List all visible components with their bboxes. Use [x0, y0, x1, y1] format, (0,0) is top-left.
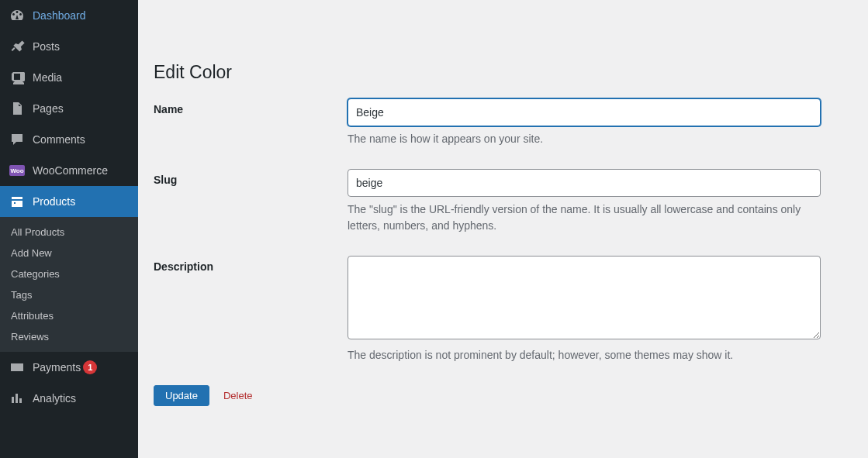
- products-icon: [9, 194, 25, 209]
- sidebar-item-label: Analytics: [33, 392, 76, 405]
- sidebar-item-label: WooCommerce: [33, 164, 108, 177]
- slug-input[interactable]: [348, 169, 821, 197]
- form-row-description: Description The description is not promi…: [154, 256, 852, 363]
- description-help: The description is not prominent by defa…: [348, 347, 821, 363]
- update-button[interactable]: Update: [154, 385, 209, 406]
- sidebar-item-label: Posts: [33, 40, 60, 53]
- main-content: Edit Color Name The name is how it appea…: [138, 0, 868, 458]
- products-submenu: All Products Add New Categories Tags Att…: [0, 217, 138, 352]
- dashboard-icon: [9, 8, 25, 23]
- sidebar-item-comments[interactable]: Comments: [0, 124, 138, 155]
- submenu-attributes[interactable]: Attributes: [0, 305, 138, 326]
- admin-sidebar: Dashboard Posts Media Pages Comments Woo…: [0, 0, 138, 458]
- form-row-slug: Slug The "slug" is the URL-friendly vers…: [154, 169, 852, 234]
- pin-icon: [9, 39, 25, 54]
- payments-icon: [9, 360, 25, 375]
- action-buttons: Update Delete: [154, 385, 852, 406]
- delete-link[interactable]: Delete: [223, 390, 253, 401]
- name-help: The name is how it appears on your site.: [348, 131, 821, 147]
- submenu-reviews[interactable]: Reviews: [0, 326, 138, 347]
- submenu-tags[interactable]: Tags: [0, 284, 138, 305]
- analytics-icon: [9, 391, 25, 406]
- description-label: Description: [154, 256, 348, 273]
- slug-help: The "slug" is the URL-friendly version o…: [348, 201, 821, 234]
- name-input[interactable]: [348, 98, 821, 126]
- payments-badge: 1: [83, 360, 97, 374]
- sidebar-item-label: Pages: [33, 102, 64, 115]
- sidebar-item-label: Products: [33, 195, 75, 208]
- sidebar-item-dashboard[interactable]: Dashboard: [0, 0, 138, 31]
- sidebar-item-products[interactable]: Products: [0, 186, 138, 217]
- page-title: Edit Color: [154, 62, 852, 83]
- sidebar-item-payments[interactable]: Payments 1: [0, 352, 138, 383]
- slug-label: Slug: [154, 169, 348, 186]
- description-textarea[interactable]: [348, 256, 821, 339]
- comment-icon: [9, 132, 25, 147]
- page-icon: [9, 101, 25, 116]
- submenu-categories[interactable]: Categories: [0, 263, 138, 284]
- woocommerce-icon: Woo: [9, 163, 25, 178]
- media-icon: [9, 70, 25, 85]
- sidebar-item-label: Dashboard: [33, 9, 86, 22]
- sidebar-item-pages[interactable]: Pages: [0, 93, 138, 124]
- name-label: Name: [154, 98, 348, 115]
- sidebar-item-analytics[interactable]: Analytics: [0, 383, 138, 414]
- submenu-all-products[interactable]: All Products: [0, 222, 138, 243]
- sidebar-item-media[interactable]: Media: [0, 62, 138, 93]
- sidebar-item-label: Payments: [33, 361, 81, 374]
- sidebar-item-label: Comments: [33, 133, 85, 146]
- form-row-name: Name The name is how it appears on your …: [154, 98, 852, 147]
- sidebar-item-label: Media: [33, 71, 62, 84]
- sidebar-item-posts[interactable]: Posts: [0, 31, 138, 62]
- sidebar-item-woocommerce[interactable]: Woo WooCommerce: [0, 155, 138, 186]
- submenu-add-new[interactable]: Add New: [0, 243, 138, 263]
